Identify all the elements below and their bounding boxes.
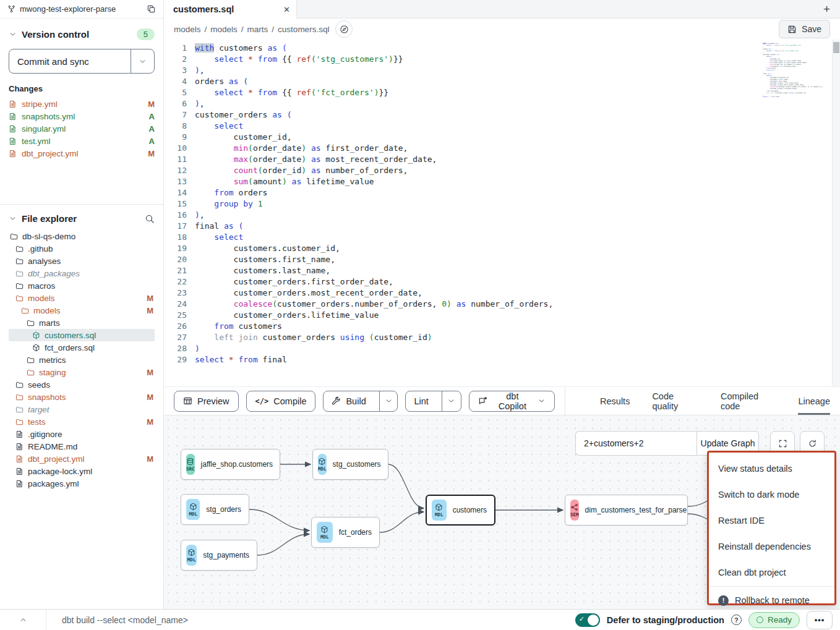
breadcrumb-segment[interactable]: models <box>174 25 201 34</box>
defer-label: Defer to staging/production <box>607 615 724 625</box>
tree-item-metrics[interactable]: metrics <box>9 354 155 366</box>
status-ready-badge[interactable]: Ready <box>748 612 800 628</box>
wrench-icon <box>332 396 341 406</box>
lineage-node-fct-orders[interactable]: MDL fct_orders <box>311 517 380 548</box>
commit-dropdown-button[interactable] <box>131 49 154 73</box>
new-tab-button[interactable]: + <box>823 0 830 19</box>
tree-item-seeds[interactable]: seeds <box>9 378 155 391</box>
tree-item--github[interactable]: .github <box>9 242 155 255</box>
tree-item-tests[interactable]: tests M <box>9 415 155 428</box>
file-icon <box>15 430 24 438</box>
change-row-stripe-yml[interactable]: stripe.yml M <box>9 98 155 110</box>
tab-customers-sql[interactable]: customers.sql ✕ <box>164 0 297 19</box>
close-tab-icon[interactable]: ✕ <box>283 5 290 14</box>
menu-item-restart-ide[interactable]: Restart IDE <box>709 508 834 534</box>
copilot-label: dbt Copilot <box>492 391 533 411</box>
menu-item-reinstall-dependencies[interactable]: Reinstall dependencies <box>709 534 834 560</box>
tree-item-packages-yml[interactable]: packages.yml <box>9 477 155 490</box>
menu-item-rollback-to-remote[interactable]: !Rollback to remote <box>709 587 834 609</box>
lineage-panel[interactable]: SRC jaffle_shop.customers MDL stg_custom… <box>164 415 840 609</box>
tree-item--gitignore[interactable]: .gitignore <box>9 428 155 440</box>
scrollbar-thumb[interactable] <box>833 42 839 53</box>
command-input[interactable]: dbt build --select <model_name> <box>46 615 575 625</box>
tree-item-staging[interactable]: staging M <box>9 366 155 378</box>
tree-item-dbt-project-yml[interactable]: dbt_project.yml M <box>9 453 155 465</box>
change-file-name: stripe.yml <box>22 100 58 109</box>
mdl-badge-icon: MDL <box>186 545 197 566</box>
file-icon <box>9 113 17 121</box>
lint-button[interactable]: Lint <box>406 391 436 411</box>
lineage-node-stg-customers[interactable]: MDL stg_customers <box>312 449 388 480</box>
tree-item-models[interactable]: models M <box>9 292 155 304</box>
toggle-knob <box>588 615 599 626</box>
tab-compiled-code[interactable]: Compiled code <box>721 387 776 415</box>
tree-item-snapshots[interactable]: snapshots M <box>9 391 155 403</box>
defer-toggle[interactable]: ✓ <box>575 613 600 627</box>
tree-item-models[interactable]: models M <box>9 304 155 317</box>
tree-item-macros[interactable]: macros <box>9 279 155 292</box>
save-button[interactable]: Save <box>779 20 830 38</box>
file-icon <box>15 443 24 451</box>
change-row-dbt-project-yml[interactable]: dbt_project.yml M <box>9 147 155 160</box>
copy-icon[interactable] <box>147 4 156 14</box>
menu-item-clean-dbt-project[interactable]: Clean dbt project <box>709 560 834 585</box>
tree-item-package-lock-yml[interactable]: package-lock.yml <box>9 465 155 477</box>
more-options-button[interactable]: ••• <box>807 611 833 629</box>
tree-item-analyses[interactable]: analyses <box>9 255 155 267</box>
version-control-header[interactable]: Version control 5 <box>9 28 155 40</box>
change-row-snapshots-yml[interactable]: snapshots.yml A <box>9 110 155 122</box>
preview-button[interactable]: Preview <box>174 391 239 412</box>
file-icon <box>9 100 17 108</box>
tree-item-readme-md[interactable]: README.md <box>9 440 155 453</box>
tree-item-name: .github <box>28 244 53 253</box>
lint-dropdown-button[interactable] <box>442 391 461 411</box>
file-icon <box>15 467 24 475</box>
tab-code-quality[interactable]: Code quality <box>652 387 698 415</box>
breadcrumb-segment[interactable]: marts <box>247 25 268 34</box>
breadcrumb-segment[interactable]: customers.sql <box>278 25 329 34</box>
folder-icon <box>27 368 35 377</box>
change-file-name: snapshots.yml <box>22 112 75 121</box>
lineage-node-jaffle-shop-customers[interactable]: SRC jaffle_shop.customers <box>181 449 280 480</box>
open-in-explorer-button[interactable] <box>335 20 353 38</box>
lineage-node-customers[interactable]: MDL customers <box>426 495 495 526</box>
version-control-title: Version control <box>22 29 89 40</box>
build-dropdown-button[interactable] <box>379 391 398 411</box>
lineage-node-stg-orders[interactable]: MDL stg_orders <box>181 494 249 525</box>
tree-item-fct-orders-sql[interactable]: fct_orders.sql <box>9 341 155 354</box>
tree-item-target[interactable]: target <box>9 403 155 415</box>
tree-item-dbt-packages[interactable]: dbt_packages <box>9 267 155 279</box>
commit-and-sync-button[interactable]: Commit and sync <box>9 49 155 74</box>
lineage-selector-input[interactable] <box>575 431 696 456</box>
change-row-test-yml[interactable]: test.yml A <box>9 135 155 147</box>
tree-item-db-sl-qs-demo[interactable]: db-sl-qs-demo <box>9 230 155 242</box>
lineage-node-dim-customers-test-for-parse[interactable]: SEM dim_customers_test_for_parse <box>565 495 688 526</box>
minimap[interactable]: with customers as ( select * from {{ ref… <box>763 43 823 100</box>
chevron-down-icon <box>139 57 147 66</box>
tree-item-name: models <box>28 294 55 303</box>
file-icon <box>9 125 17 133</box>
tree-item-marts[interactable]: marts <box>9 317 155 329</box>
tab-lineage[interactable]: Lineage <box>798 387 830 415</box>
lineage-node-stg-payments[interactable]: MDL stg_payments <box>181 540 257 571</box>
breadcrumb-segment[interactable]: models <box>210 25 238 34</box>
help-icon[interactable]: ? <box>731 615 742 625</box>
folder-icon <box>15 257 24 265</box>
tree-item-customers-sql[interactable]: customers.sql <box>9 329 155 341</box>
editor-scrollbar[interactable] <box>832 40 840 386</box>
folder-icon <box>21 307 29 315</box>
collapse-panel-button[interactable] <box>0 610 46 630</box>
node-label: dim_customers_test_for_parse <box>585 506 687 514</box>
code-editor[interactable]: 1234567891011121314151617181920212223242… <box>164 40 840 387</box>
file-explorer-header[interactable]: File explorer <box>9 213 155 224</box>
menu-item-switch-to-dark-mode[interactable]: Switch to dark mode <box>709 482 834 508</box>
compile-button[interactable]: </> Compile <box>246 391 316 412</box>
build-button[interactable]: Build <box>324 391 374 411</box>
dbt-copilot-button[interactable]: dbt Copilot <box>469 391 555 412</box>
search-icon[interactable] <box>145 214 155 224</box>
tab-results[interactable]: Results <box>600 387 630 415</box>
folder-icon <box>15 245 24 253</box>
tree-item-name: analyses <box>28 257 61 266</box>
menu-item-view-status-details[interactable]: View status details <box>709 456 834 482</box>
change-row-singular-yml[interactable]: singular.yml A <box>9 122 155 135</box>
